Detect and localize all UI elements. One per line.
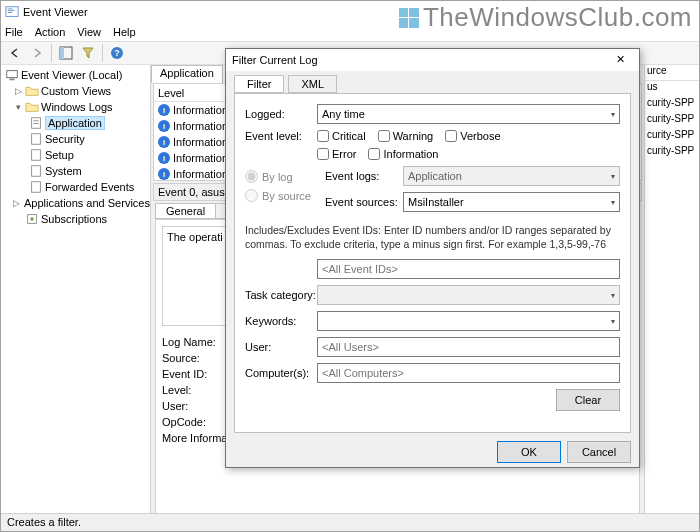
tree-item-system[interactable]: System [27,163,148,179]
tab-general[interactable]: General [155,203,216,219]
critical-checkbox[interactable]: Critical [317,130,366,142]
svg-rect-1 [8,9,13,10]
info-icon: i [158,136,170,148]
app-icon [5,5,19,19]
user-input[interactable]: <All Users> [317,337,620,357]
task-category-label: Task category: [245,289,317,301]
information-checkbox[interactable]: Information [368,148,438,160]
error-checkbox[interactable]: Error [317,148,356,160]
event-level: Information [173,168,228,180]
chevron-down-icon: ▾ [611,172,615,181]
tab-filter[interactable]: Filter [234,75,284,93]
back-button[interactable] [5,43,25,63]
svg-rect-12 [33,123,38,124]
dialog-buttons: OK Cancel [234,441,631,463]
by-log-radio: By log [245,170,317,183]
svg-rect-9 [9,79,14,81]
info-icon: i [158,152,170,164]
tree-root[interactable]: Event Viewer (Local) [3,67,148,83]
info-icon: i [158,120,170,132]
log-icon [29,132,43,146]
arrow-right-icon [31,47,43,59]
svg-rect-2 [8,10,15,11]
info-icon: i [158,104,170,116]
close-dialog-button[interactable]: ✕ [607,50,633,70]
collapse-icon[interactable]: ▾ [13,102,23,112]
status-text: Creates a filter. [7,516,81,528]
event-sources-label: Event sources: [325,196,403,208]
navigation-tree[interactable]: Event Viewer (Local) ▷ Custom Views ▾ Wi… [1,65,151,531]
log-icon [29,180,43,194]
event-sources-combo[interactable]: MsiInstaller▾ [403,192,620,212]
forward-button[interactable] [27,43,47,63]
folder-icon [25,84,39,98]
event-ids-input[interactable]: <All Event IDs> [317,259,620,279]
show-tree-button[interactable] [56,43,76,63]
titlebar: Event Viewer [1,1,699,23]
chevron-down-icon: ▾ [611,291,615,300]
expand-icon[interactable]: ▷ [13,198,20,208]
list-cell: us [645,81,699,97]
list-cell: curity-SPP [645,97,699,113]
menu-file[interactable]: File [5,26,23,38]
filter-button[interactable] [78,43,98,63]
folder-open-icon [25,100,39,114]
tree-item-subscriptions[interactable]: ▷ Subscriptions [13,211,148,227]
svg-rect-15 [32,166,41,177]
tree-item-app-services[interactable]: ▷ Applications and Services Lo [13,195,148,211]
panel-icon [59,46,73,60]
tree-label: Windows Logs [41,101,113,113]
menu-help[interactable]: Help [113,26,136,38]
subscriptions-icon [25,212,39,226]
log-icon [29,116,43,130]
user-label: User: [245,341,317,353]
tree-label: Setup [45,149,74,161]
ok-button[interactable]: OK [497,441,561,463]
svg-rect-5 [60,47,64,59]
computers-input[interactable]: <All Computers> [317,363,620,383]
tree-label: Application [45,116,105,130]
by-source-radio: By source [245,189,317,202]
tree-item-forwarded[interactable]: Forwarded Events [27,179,148,195]
logged-label: Logged: [245,108,317,120]
svg-rect-16 [32,182,41,193]
event-level: Information [173,104,228,116]
help-button[interactable]: ? [107,43,127,63]
event-logs-combo: Application▾ [403,166,620,186]
tree-item-windows-logs[interactable]: ▾ Windows Logs [13,99,148,115]
tab-application[interactable]: Application [151,65,223,83]
warning-checkbox[interactable]: Warning [378,130,434,142]
svg-rect-3 [8,12,12,13]
statusbar: Creates a filter. [1,513,699,531]
filter-current-log-dialog: Filter Current Log ✕ Filter XML Logged: … [225,48,640,468]
menu-action[interactable]: Action [35,26,66,38]
tree-label: Security [45,133,85,145]
verbose-checkbox[interactable]: Verbose [445,130,500,142]
computer-icon [5,68,19,82]
dialog-titlebar: Filter Current Log ✕ [226,49,639,71]
tab-xml[interactable]: XML [288,75,337,93]
log-icon [29,148,43,162]
clear-button[interactable]: Clear [556,389,620,411]
tree-item-security[interactable]: Security [27,131,148,147]
computers-label: Computer(s): [245,367,317,379]
chevron-down-icon: ▾ [611,198,615,207]
tree-item-setup[interactable]: Setup [27,147,148,163]
list-cell: curity-SPP [645,113,699,129]
cancel-button[interactable]: Cancel [567,441,631,463]
keywords-combo[interactable]: ▾ [317,311,620,331]
tree-item-application[interactable]: Application [27,115,148,131]
logged-combo[interactable]: Any time▾ [317,104,620,124]
tree-item-custom-views[interactable]: ▷ Custom Views [13,83,148,99]
event-level-label: Event level: [245,130,317,142]
tree-label: Custom Views [41,85,111,97]
event-level: Information [173,152,228,164]
column-header[interactable]: urce [645,65,699,81]
list-cell: curity-SPP [645,145,699,161]
info-icon: i [158,168,170,180]
expand-icon[interactable]: ▷ [13,86,23,96]
tree-label: Applications and Services Lo [24,197,151,209]
menu-view[interactable]: View [77,26,101,38]
svg-rect-0 [6,7,18,17]
arrow-left-icon [9,47,21,59]
